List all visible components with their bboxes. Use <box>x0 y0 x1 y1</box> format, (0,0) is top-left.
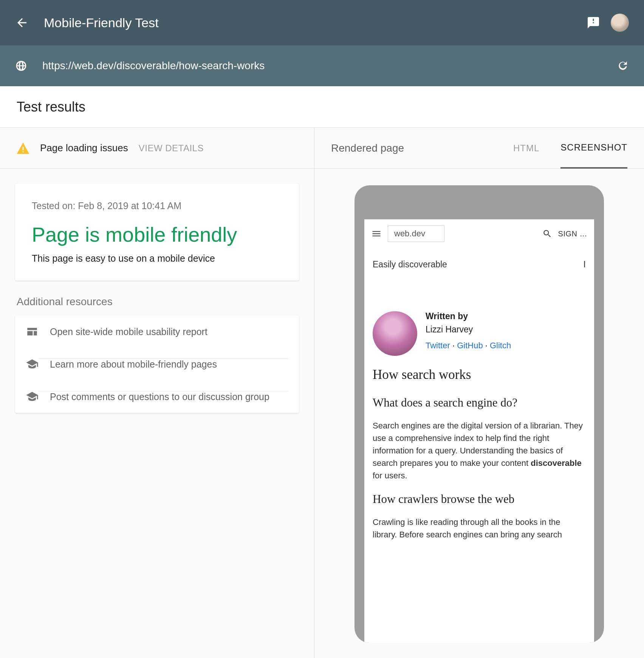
tested-on-timestamp: Tested on: Feb 8, 2019 at 10:41 AM <box>32 200 282 211</box>
result-card: Tested on: Feb 8, 2019 at 10:41 AM Page … <box>15 184 299 281</box>
site-box: web.dev <box>388 225 444 242</box>
section-title-bar: Test results <box>0 86 644 128</box>
search-icon <box>542 229 552 239</box>
rendered-page-label: Rendered page <box>331 142 492 154</box>
web-icon <box>26 325 39 338</box>
school-icon <box>26 358 39 371</box>
section-title: Test results <box>17 99 85 115</box>
resource-label: Post comments or questions to our discus… <box>39 391 288 402</box>
phone-screen: web.dev SIGN … Easily discoverable I Wri… <box>364 219 594 643</box>
left-column: Page loading issues VIEW DETAILS Tested … <box>0 128 314 658</box>
additional-resources-title: Additional resources <box>17 296 297 308</box>
view-details-button[interactable]: VIEW DETAILS <box>139 143 204 154</box>
issues-label: Page loading issues <box>40 142 128 154</box>
article-p1: Search engines are the digital version o… <box>373 419 586 482</box>
article-h2-a: What does a search engine do? <box>373 396 586 410</box>
reload-icon[interactable] <box>617 60 629 72</box>
user-avatar[interactable] <box>611 14 629 32</box>
right-column: Rendered page HTML SCREENSHOT web.dev SI… <box>314 128 644 658</box>
preview-article: How search works What does a search engi… <box>364 356 594 541</box>
right-header: Rendered page HTML SCREENSHOT <box>314 128 644 169</box>
tested-url[interactable]: https://web.dev/discoverable/how-search-… <box>42 60 617 72</box>
written-by-label: Written by <box>426 311 511 321</box>
resources-card: Open site-wide mobile usability report L… <box>15 315 299 413</box>
back-arrow-icon[interactable] <box>15 16 29 29</box>
page-loading-issues-row: Page loading issues VIEW DETAILS <box>0 128 314 169</box>
result-subtext: This page is easy to use on a mobile dev… <box>32 253 282 264</box>
author-block: Written by Lizzi Harvey Twitter · GitHub… <box>364 270 594 356</box>
result-headline: Page is mobile friendly <box>32 223 282 246</box>
hamburger-icon <box>371 228 382 239</box>
resource-label: Learn more about mobile-friendly pages <box>39 358 288 370</box>
resource-usability-report[interactable]: Open site-wide mobile usability report <box>15 315 299 348</box>
preview-topbar: web.dev SIGN … <box>364 219 594 248</box>
author-links: Twitter · GitHub · Glitch <box>426 341 511 351</box>
tab-html[interactable]: HTML <box>513 143 539 168</box>
author-link-twitter: Twitter <box>426 341 450 350</box>
author-link-glitch: Glitch <box>490 341 511 350</box>
resource-discussion-group[interactable]: Post comments or questions to our discus… <box>15 380 299 413</box>
author-photo <box>373 311 417 356</box>
app-header: Mobile-Friendly Test <box>0 0 644 45</box>
app-title: Mobile-Friendly Test <box>44 16 587 30</box>
resource-label: Open site-wide mobile usability report <box>39 326 288 337</box>
article-h2-b: How crawlers browse the web <box>373 492 586 506</box>
url-bar: https://web.dev/discoverable/how-search-… <box>0 45 644 86</box>
sign-in-label: SIGN … <box>558 230 587 238</box>
school-icon <box>26 390 39 403</box>
author-name: Lizzi Harvey <box>426 324 511 335</box>
author-link-github: GitHub <box>457 341 483 350</box>
article-p2: Crawling is like reading through all the… <box>373 516 586 541</box>
article-h1: How search works <box>373 367 586 382</box>
resource-learn-more[interactable]: Learn more about mobile-friendly pages <box>15 348 299 380</box>
phone-frame: web.dev SIGN … Easily discoverable I Wri… <box>355 185 604 643</box>
preview-side-indicator: I <box>584 259 586 270</box>
preview-breadcrumb: Easily discoverable <box>373 259 447 270</box>
feedback-icon[interactable] <box>587 16 600 29</box>
globe-icon <box>15 60 27 72</box>
tab-screenshot[interactable]: SCREENSHOT <box>560 142 627 169</box>
preview-breadcrumb-row: Easily discoverable I <box>364 248 594 270</box>
warning-icon <box>17 143 29 154</box>
